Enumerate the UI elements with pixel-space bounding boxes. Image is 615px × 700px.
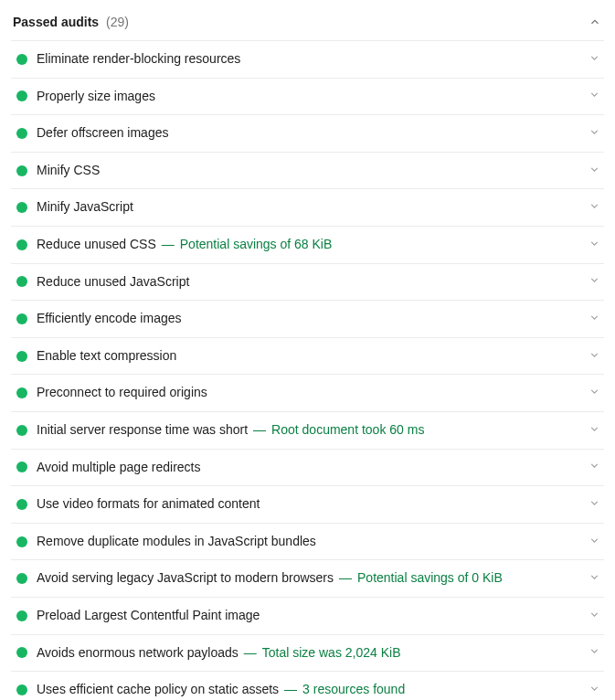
audit-row[interactable]: Uses efficient cache policy on static as…	[11, 672, 604, 700]
audit-row[interactable]: Enable text compression	[11, 338, 604, 376]
audit-row[interactable]: Preload Largest Contentful Paint image	[11, 598, 604, 635]
audit-detail: Total size was 2,024 KiB	[262, 644, 401, 663]
audit-text: Avoids enormous network payloads—Total s…	[37, 644, 579, 663]
chevron-down-icon	[588, 200, 600, 215]
chevron-down-icon	[588, 645, 600, 660]
pass-dot-icon	[16, 239, 27, 250]
audit-row[interactable]: Avoids enormous network payloads—Total s…	[11, 635, 604, 673]
chevron-down-icon	[588, 274, 600, 289]
pass-dot-icon	[16, 425, 27, 436]
pass-dot-icon	[16, 351, 27, 362]
audit-row[interactable]: Efficiently encode images	[11, 301, 604, 338]
audit-separator: —	[339, 569, 352, 588]
audit-text: Preload Largest Contentful Paint image	[37, 607, 579, 625]
pass-dot-icon	[16, 499, 27, 510]
audit-row[interactable]: Minify CSS	[11, 153, 604, 190]
audit-detail: 3 resources found	[302, 681, 405, 699]
audit-title: Remove duplicate modules in JavaScript b…	[37, 533, 316, 551]
audit-title: Use video formats for animated content	[37, 495, 260, 514]
audit-detail: Potential savings of 68 KiB	[180, 236, 333, 254]
pass-dot-icon	[16, 54, 27, 65]
pass-dot-icon	[16, 128, 27, 139]
chevron-down-icon	[588, 535, 600, 549]
pass-dot-icon	[16, 461, 27, 472]
audit-title: Preload Largest Contentful Paint image	[37, 607, 260, 625]
audit-detail: Root document took 60 ms	[271, 421, 424, 440]
audit-title: Preconnect to required origins	[37, 384, 207, 402]
audit-title: Eliminate render-blocking resources	[37, 50, 240, 69]
passed-audits-header[interactable]: Passed audits (29)	[11, 7, 604, 40]
audit-row[interactable]: Preconnect to required origins	[11, 375, 604, 412]
audit-title: Properly size images	[37, 88, 155, 106]
audit-title: Minify CSS	[37, 162, 100, 180]
audit-row[interactable]: Initial server response time was short—R…	[11, 412, 604, 450]
audit-row[interactable]: Properly size images	[11, 79, 604, 116]
audit-row[interactable]: Minify JavaScript	[11, 189, 604, 227]
pass-dot-icon	[16, 313, 27, 324]
audit-text: Minify JavaScript	[37, 198, 579, 217]
pass-dot-icon	[16, 536, 27, 547]
pass-dot-icon	[16, 610, 27, 621]
chevron-up-icon	[586, 13, 604, 31]
audit-title: Reduce unused CSS	[37, 236, 156, 254]
audit-title: Avoids enormous network payloads	[37, 644, 239, 663]
audit-title: Efficiently encode images	[37, 310, 182, 328]
audit-text: Remove duplicate modules in JavaScript b…	[37, 533, 579, 551]
audit-text: Preconnect to required origins	[37, 384, 579, 402]
chevron-down-icon	[588, 312, 600, 326]
pass-dot-icon	[16, 202, 27, 213]
audit-text: Enable text compression	[37, 347, 579, 366]
pass-dot-icon	[16, 165, 27, 176]
audit-separator: —	[284, 681, 297, 699]
audit-text: Uses efficient cache policy on static as…	[37, 681, 579, 699]
pass-dot-icon	[16, 90, 27, 101]
audit-separator: —	[244, 644, 257, 663]
section-count: (29)	[106, 15, 129, 29]
audit-row[interactable]: Avoid multiple page redirects	[11, 450, 604, 487]
audit-title: Initial server response time was short	[37, 421, 248, 440]
chevron-down-icon	[588, 423, 600, 438]
audit-detail: Potential savings of 0 KiB	[357, 569, 503, 588]
chevron-down-icon	[588, 126, 600, 141]
audit-row[interactable]: Eliminate render-blocking resources	[11, 41, 604, 79]
chevron-down-icon	[588, 460, 600, 474]
chevron-down-icon	[588, 238, 600, 252]
audit-title: Enable text compression	[37, 347, 176, 366]
audit-separator: —	[162, 236, 175, 254]
audit-list: Eliminate render-blocking resourcesPrope…	[11, 40, 604, 700]
audit-text: Efficiently encode images	[37, 310, 579, 328]
chevron-down-icon	[588, 609, 600, 623]
audit-text: Properly size images	[37, 88, 579, 106]
audit-text: Use video formats for animated content	[37, 495, 579, 514]
audit-row[interactable]: Reduce unused JavaScript	[11, 264, 604, 302]
section-title-wrap: Passed audits (29)	[13, 15, 129, 29]
audit-row[interactable]: Defer offscreen images	[11, 115, 604, 153]
audit-text: Eliminate render-blocking resources	[37, 50, 579, 69]
audit-row[interactable]: Use video formats for animated content	[11, 486, 604, 524]
audit-row[interactable]: Avoid serving legacy JavaScript to moder…	[11, 560, 604, 598]
pass-dot-icon	[16, 573, 27, 584]
audit-text: Minify CSS	[37, 162, 579, 180]
audit-text: Reduce unused JavaScript	[37, 273, 579, 292]
section-title: Passed audits	[13, 15, 99, 29]
audit-title: Minify JavaScript	[37, 198, 133, 217]
pass-dot-icon	[16, 276, 27, 287]
audit-row[interactable]: Reduce unused CSS—Potential savings of 6…	[11, 227, 604, 264]
audit-text: Avoid serving legacy JavaScript to moder…	[37, 569, 579, 588]
passed-audits-panel: Passed audits (29) Eliminate render-bloc…	[0, 0, 615, 700]
chevron-down-icon	[588, 349, 600, 364]
pass-dot-icon	[16, 684, 27, 695]
chevron-down-icon	[588, 386, 600, 400]
audit-text: Reduce unused CSS—Potential savings of 6…	[37, 236, 579, 254]
audit-title: Defer offscreen images	[37, 124, 168, 143]
audit-separator: —	[253, 421, 266, 440]
pass-dot-icon	[16, 647, 27, 658]
audit-row[interactable]: Remove duplicate modules in JavaScript b…	[11, 524, 604, 561]
chevron-down-icon	[588, 89, 600, 103]
chevron-down-icon	[588, 497, 600, 512]
audit-title: Avoid multiple page redirects	[37, 459, 201, 477]
pass-dot-icon	[16, 387, 27, 398]
audit-text: Initial server response time was short—R…	[37, 421, 579, 440]
audit-title: Uses efficient cache policy on static as…	[37, 681, 279, 699]
audit-text: Avoid multiple page redirects	[37, 459, 579, 477]
